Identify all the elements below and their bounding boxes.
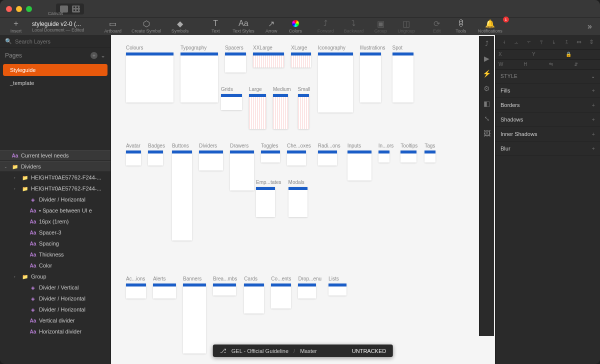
layer-row[interactable]: ◈Divider / Horizontal: [0, 194, 110, 205]
align-left[interactable]: ⫞: [498, 37, 510, 47]
text-button[interactable]: TText: [204, 18, 228, 34]
artboard[interactable]: Lists: [328, 276, 346, 296]
artboard[interactable]: Emp...tates: [256, 180, 282, 217]
inspector-section[interactable]: Shadows+: [496, 112, 600, 127]
layer-row[interactable]: AaSpacing: [0, 238, 110, 249]
layer-row[interactable]: ◈Divider / Vertical: [0, 282, 110, 293]
artboard[interactable]: Ac...ions: [126, 276, 146, 298]
artboard[interactable]: Che...oxes: [287, 143, 311, 166]
edit-button[interactable]: ⟳Edit: [425, 18, 449, 34]
layer-row[interactable]: Aa16px (1rem): [0, 216, 110, 227]
notifications-button[interactable]: 🔔1Notifications: [473, 18, 508, 34]
group-button[interactable]: ▣Group: [368, 18, 392, 34]
artboard[interactable]: Illustrations: [360, 45, 386, 102]
artboard[interactable]: Alerts: [153, 276, 176, 298]
flip-v-icon[interactable]: ⇵: [574, 62, 597, 67]
layer-row[interactable]: AaHorizontal divider: [0, 326, 110, 337]
artboard[interactable]: Modals: [288, 180, 308, 217]
overlay-icon[interactable]: ◧: [482, 99, 492, 108]
artboard[interactable]: Colours: [126, 45, 174, 102]
artboard[interactable]: XLarge: [291, 45, 311, 68]
layer-row[interactable]: ◈Divider / Horizontal: [0, 293, 110, 304]
create-symbol-button[interactable]: ⬡Create Symbol: [126, 18, 166, 34]
plus-icon[interactable]: +: [592, 146, 595, 152]
artboard[interactable]: Large: [249, 86, 266, 129]
page-item[interactable]: Styleguide: [3, 64, 108, 76]
layer-row[interactable]: AaSpacer-3: [0, 227, 110, 238]
artboard[interactable]: XXLarge: [253, 45, 284, 68]
style-header[interactable]: STYLE⌄: [496, 70, 600, 84]
artboard[interactable]: Badges: [148, 143, 165, 166]
layer-row[interactable]: AaThickness: [0, 249, 110, 260]
artboard-button[interactable]: ▭Artboard: [100, 18, 127, 34]
page-item[interactable]: _template: [3, 77, 108, 89]
inspector-section[interactable]: Blur+: [496, 142, 600, 156]
search-input[interactable]: [15, 38, 106, 44]
plus-icon[interactable]: +: [592, 116, 595, 122]
plus-icon[interactable]: +: [592, 88, 595, 94]
toolbar-overflow[interactable]: »: [584, 22, 596, 31]
artboard[interactable]: Drop...enu: [298, 276, 322, 298]
artboard[interactable]: Co...ents: [271, 276, 291, 308]
colors-button[interactable]: Colors: [284, 18, 308, 34]
layer-row[interactable]: AaColor: [0, 260, 110, 271]
artboard[interactable]: Medium: [273, 86, 291, 129]
image-icon[interactable]: 🖼: [482, 129, 492, 138]
align-right[interactable]: ⫟: [524, 37, 535, 47]
artboard[interactable]: Iconography: [318, 45, 353, 112]
artboard[interactable]: Tooltips: [400, 143, 418, 162]
forward-button[interactable]: ⤴Forward: [312, 18, 339, 34]
add-page-button[interactable]: +: [90, 52, 98, 59]
bolt-icon[interactable]: ⚡: [482, 69, 492, 78]
artboard[interactable]: Tags: [424, 143, 436, 162]
artboard[interactable]: Buttons: [172, 143, 192, 240]
canvas[interactable]: ColoursTypographySpacersXXLargeXLargeIco…: [111, 35, 495, 364]
align-bottom[interactable]: ⫱: [560, 37, 572, 47]
flip-h-icon[interactable]: ⇋: [549, 62, 572, 67]
artboard[interactable]: Brea...mbs: [213, 276, 237, 296]
layer-group-header[interactable]: ⌄📁Dividers: [0, 161, 110, 172]
layer-search[interactable]: 🔍: [0, 35, 110, 48]
layer-group-header[interactable]: AaCurrent level needs: [0, 150, 110, 161]
inspector-section[interactable]: Fills+: [496, 84, 600, 98]
artboard[interactable]: Cards: [244, 276, 264, 314]
layer-row[interactable]: Aa• Space between UI e: [0, 205, 110, 216]
artboard[interactable]: In...ors: [378, 143, 394, 162]
inspector-section[interactable]: Borders+: [496, 98, 600, 112]
artboard[interactable]: Spot: [392, 45, 414, 102]
plus-icon[interactable]: +: [592, 131, 595, 137]
align-center-h[interactable]: ⫠: [511, 37, 522, 47]
plus-icon[interactable]: +: [592, 102, 595, 108]
insert-button[interactable]: ＋ Insert: [4, 18, 28, 34]
tools-button[interactable]: 🛢Tools: [449, 18, 473, 34]
layer-row[interactable]: ◈Divider / Horizontal: [0, 304, 110, 315]
layer-row[interactable]: ›📁HEIGHT#0AE57762-F244-...: [0, 172, 110, 183]
play-icon[interactable]: ▶: [482, 54, 492, 63]
symbols-button[interactable]: ◆Symbols: [166, 18, 194, 34]
layer-row[interactable]: AaVertical divider: [0, 315, 110, 326]
h-field[interactable]: H: [524, 62, 546, 67]
ungroup-button[interactable]: ◫Ungroup: [392, 18, 420, 34]
document-title[interactable]: styleguide v2-0 (... Local Document — Ed…: [32, 20, 84, 32]
lock-icon[interactable]: 🔒: [566, 52, 597, 57]
artboard[interactable]: Radi...ons: [318, 143, 340, 166]
w-field[interactable]: W: [498, 62, 522, 67]
artboard[interactable]: Typography: [180, 45, 218, 102]
version-statusbar[interactable]: ⎇ GEL - Official Guideline / Master UNTR…: [213, 344, 393, 357]
text-styles-button[interactable]: AaText Styles: [228, 18, 260, 34]
layer-row[interactable]: ›📁HEIGHT#0AE57762-F244-...: [0, 183, 110, 194]
artboard[interactable]: Inputs: [348, 143, 372, 180]
artboard[interactable]: Drawers: [230, 143, 254, 190]
artboard[interactable]: Spacers: [225, 45, 246, 72]
artboard[interactable]: Small: [298, 86, 310, 129]
y-field[interactable]: Y: [532, 52, 564, 57]
artboard[interactable]: Toggles: [261, 143, 280, 162]
artboard[interactable]: Dividers: [199, 143, 223, 170]
artboard[interactable]: Grids: [221, 86, 242, 110]
chevron-down-icon[interactable]: ⌄: [100, 52, 106, 59]
distribute-v[interactable]: ⇕: [586, 37, 597, 47]
inspector-section[interactable]: Inner Shadows+: [496, 127, 600, 142]
x-field[interactable]: X: [498, 52, 530, 57]
align-center-v[interactable]: ⫰: [548, 37, 560, 47]
artboard[interactable]: Banners: [183, 276, 206, 354]
